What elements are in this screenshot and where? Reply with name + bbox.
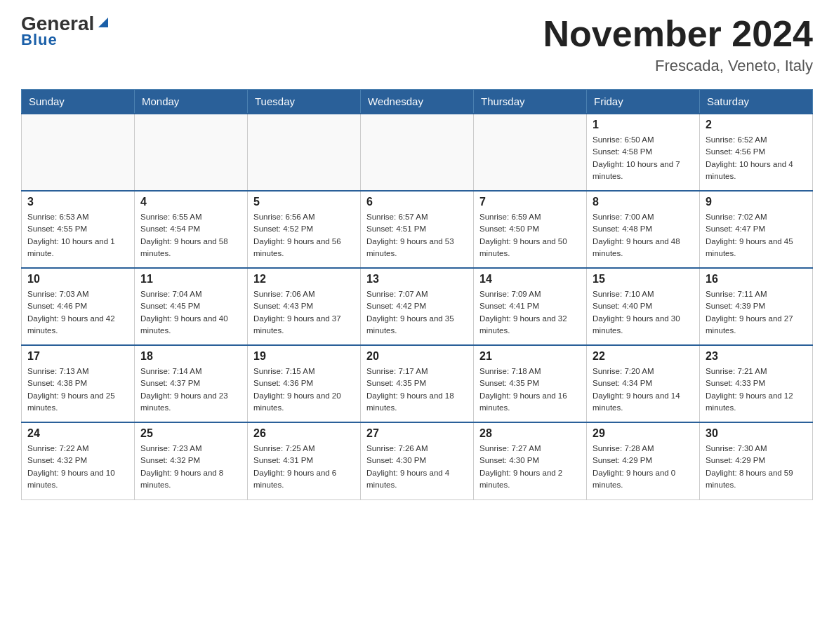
- day-number: 17: [27, 350, 128, 363]
- day-info: Sunrise: 7:13 AM Sunset: 4:38 PM Dayligh…: [27, 365, 128, 414]
- calendar-cell: 26Sunrise: 7:25 AM Sunset: 4:31 PM Dayli…: [248, 422, 361, 499]
- day-number: 20: [366, 350, 468, 363]
- day-number: 7: [479, 196, 581, 208]
- calendar-cell: 17Sunrise: 7:13 AM Sunset: 4:38 PM Dayli…: [22, 345, 135, 422]
- col-header-wednesday: Wednesday: [361, 90, 474, 114]
- day-number: 8: [593, 196, 694, 208]
- calendar-cell: 19Sunrise: 7:15 AM Sunset: 4:36 PM Dayli…: [248, 345, 361, 422]
- day-number: 23: [706, 350, 807, 363]
- day-info: Sunrise: 7:20 AM Sunset: 4:34 PM Dayligh…: [593, 365, 694, 414]
- col-header-friday: Friday: [587, 90, 700, 114]
- week-row-1: 1Sunrise: 6:50 AM Sunset: 4:58 PM Daylig…: [22, 114, 813, 191]
- day-info: Sunrise: 6:55 AM Sunset: 4:54 PM Dayligh…: [140, 211, 241, 260]
- col-header-tuesday: Tuesday: [248, 90, 361, 114]
- day-info: Sunrise: 7:02 AM Sunset: 4:47 PM Dayligh…: [706, 211, 807, 260]
- day-info: Sunrise: 7:26 AM Sunset: 4:30 PM Dayligh…: [366, 443, 468, 491]
- page-header: General Blue November 2024 Frescada, Ven…: [21, 14, 813, 75]
- day-info: Sunrise: 7:07 AM Sunset: 4:42 PM Dayligh…: [366, 288, 468, 337]
- day-info: Sunrise: 7:11 AM Sunset: 4:39 PM Dayligh…: [706, 288, 807, 337]
- week-row-3: 10Sunrise: 7:03 AM Sunset: 4:46 PM Dayli…: [22, 268, 813, 345]
- day-number: 15: [593, 273, 694, 286]
- calendar-cell: 30Sunrise: 7:30 AM Sunset: 4:29 PM Dayli…: [700, 422, 813, 499]
- calendar-cell: 22Sunrise: 7:20 AM Sunset: 4:34 PM Dayli…: [587, 345, 700, 422]
- day-number: 10: [27, 273, 128, 286]
- day-info: Sunrise: 7:00 AM Sunset: 4:48 PM Dayligh…: [593, 211, 694, 260]
- day-info: Sunrise: 7:21 AM Sunset: 4:33 PM Dayligh…: [706, 365, 807, 414]
- calendar-cell: 9Sunrise: 7:02 AM Sunset: 4:47 PM Daylig…: [700, 191, 813, 268]
- col-header-saturday: Saturday: [700, 90, 813, 114]
- logo-triangle-icon: [95, 15, 111, 30]
- day-number: 9: [706, 196, 807, 208]
- day-info: Sunrise: 7:18 AM Sunset: 4:35 PM Dayligh…: [479, 365, 581, 414]
- calendar-cell: 16Sunrise: 7:11 AM Sunset: 4:39 PM Dayli…: [700, 268, 813, 345]
- calendar-cell: [474, 114, 587, 191]
- day-number: 1: [593, 119, 694, 131]
- calendar-cell: 28Sunrise: 7:27 AM Sunset: 4:30 PM Dayli…: [474, 422, 587, 499]
- location-subtitle: Frescada, Veneto, Italy: [543, 57, 813, 75]
- calendar-cell: 2Sunrise: 6:52 AM Sunset: 4:56 PM Daylig…: [700, 114, 813, 191]
- day-info: Sunrise: 6:53 AM Sunset: 4:55 PM Dayligh…: [27, 211, 128, 260]
- day-number: 5: [253, 196, 355, 208]
- calendar-cell: 11Sunrise: 7:04 AM Sunset: 4:45 PM Dayli…: [135, 268, 248, 345]
- calendar-cell: 20Sunrise: 7:17 AM Sunset: 4:35 PM Dayli…: [361, 345, 474, 422]
- day-info: Sunrise: 6:50 AM Sunset: 4:58 PM Dayligh…: [593, 134, 694, 182]
- day-number: 18: [140, 350, 241, 363]
- day-number: 12: [253, 273, 355, 286]
- day-info: Sunrise: 7:28 AM Sunset: 4:29 PM Dayligh…: [593, 443, 694, 491]
- svg-marker-0: [98, 18, 108, 27]
- calendar-header-row: SundayMondayTuesdayWednesdayThursdayFrid…: [22, 90, 813, 114]
- day-number: 21: [479, 350, 581, 363]
- col-header-monday: Monday: [135, 90, 248, 114]
- day-number: 4: [140, 196, 241, 208]
- calendar-cell: 18Sunrise: 7:14 AM Sunset: 4:37 PM Dayli…: [135, 345, 248, 422]
- calendar-cell: 15Sunrise: 7:10 AM Sunset: 4:40 PM Dayli…: [587, 268, 700, 345]
- day-info: Sunrise: 7:17 AM Sunset: 4:35 PM Dayligh…: [366, 365, 468, 414]
- calendar-cell: 14Sunrise: 7:09 AM Sunset: 4:41 PM Dayli…: [474, 268, 587, 345]
- day-number: 3: [27, 196, 128, 208]
- day-info: Sunrise: 6:57 AM Sunset: 4:51 PM Dayligh…: [366, 211, 468, 260]
- day-info: Sunrise: 7:22 AM Sunset: 4:32 PM Dayligh…: [27, 443, 128, 491]
- calendar-cell: 8Sunrise: 7:00 AM Sunset: 4:48 PM Daylig…: [587, 191, 700, 268]
- week-row-5: 24Sunrise: 7:22 AM Sunset: 4:32 PM Dayli…: [22, 422, 813, 499]
- day-info: Sunrise: 7:09 AM Sunset: 4:41 PM Dayligh…: [479, 288, 581, 337]
- calendar-table: SundayMondayTuesdayWednesdayThursdayFrid…: [21, 89, 813, 500]
- day-number: 22: [593, 350, 694, 363]
- day-number: 25: [140, 427, 241, 440]
- calendar-cell: 4Sunrise: 6:55 AM Sunset: 4:54 PM Daylig…: [135, 191, 248, 268]
- calendar-cell: [248, 114, 361, 191]
- day-number: 29: [593, 427, 694, 440]
- week-row-4: 17Sunrise: 7:13 AM Sunset: 4:38 PM Dayli…: [22, 345, 813, 422]
- day-info: Sunrise: 7:03 AM Sunset: 4:46 PM Dayligh…: [27, 288, 128, 337]
- day-number: 11: [140, 273, 241, 286]
- calendar-cell: 10Sunrise: 7:03 AM Sunset: 4:46 PM Dayli…: [22, 268, 135, 345]
- calendar-cell: 13Sunrise: 7:07 AM Sunset: 4:42 PM Dayli…: [361, 268, 474, 345]
- calendar-cell: 29Sunrise: 7:28 AM Sunset: 4:29 PM Dayli…: [587, 422, 700, 499]
- calendar-cell: 1Sunrise: 6:50 AM Sunset: 4:58 PM Daylig…: [587, 114, 700, 191]
- calendar-cell: 27Sunrise: 7:26 AM Sunset: 4:30 PM Dayli…: [361, 422, 474, 499]
- day-number: 13: [366, 273, 468, 286]
- calendar-cell: 12Sunrise: 7:06 AM Sunset: 4:43 PM Dayli…: [248, 268, 361, 345]
- day-info: Sunrise: 6:56 AM Sunset: 4:52 PM Dayligh…: [253, 211, 355, 260]
- col-header-sunday: Sunday: [22, 90, 135, 114]
- day-number: 6: [366, 196, 468, 208]
- logo-blue: Blue: [21, 31, 58, 49]
- day-info: Sunrise: 7:27 AM Sunset: 4:30 PM Dayligh…: [479, 443, 581, 491]
- calendar-cell: 7Sunrise: 6:59 AM Sunset: 4:50 PM Daylig…: [474, 191, 587, 268]
- day-number: 2: [706, 119, 807, 131]
- day-info: Sunrise: 6:59 AM Sunset: 4:50 PM Dayligh…: [479, 211, 581, 260]
- calendar-cell: 25Sunrise: 7:23 AM Sunset: 4:32 PM Dayli…: [135, 422, 248, 499]
- logo: General Blue: [21, 14, 111, 49]
- calendar-cell: 23Sunrise: 7:21 AM Sunset: 4:33 PM Dayli…: [700, 345, 813, 422]
- day-number: 27: [366, 427, 468, 440]
- day-number: 19: [253, 350, 355, 363]
- day-info: Sunrise: 7:23 AM Sunset: 4:32 PM Dayligh…: [140, 443, 241, 491]
- day-info: Sunrise: 7:15 AM Sunset: 4:36 PM Dayligh…: [253, 365, 355, 414]
- day-number: 14: [479, 273, 581, 286]
- day-number: 26: [253, 427, 355, 440]
- calendar-cell: [22, 114, 135, 191]
- calendar-cell: 24Sunrise: 7:22 AM Sunset: 4:32 PM Dayli…: [22, 422, 135, 499]
- calendar-cell: [361, 114, 474, 191]
- calendar-cell: [135, 114, 248, 191]
- month-year-title: November 2024: [543, 14, 813, 54]
- day-number: 30: [706, 427, 807, 440]
